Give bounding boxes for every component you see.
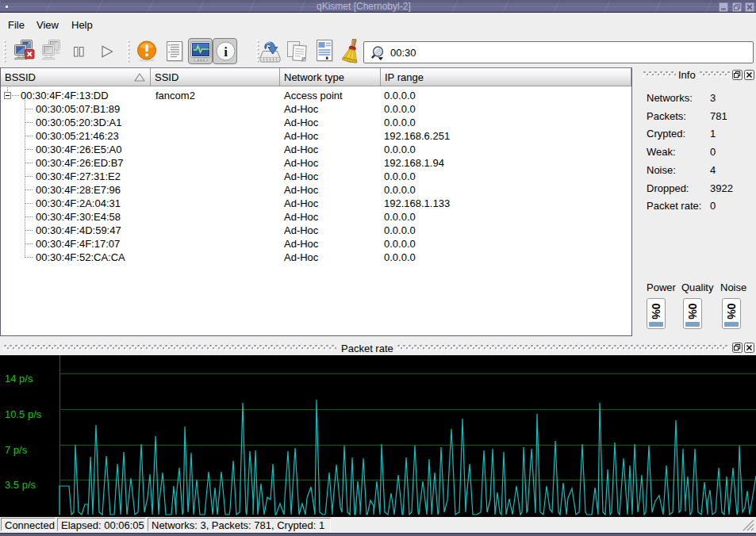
svg-text:i: i xyxy=(224,44,228,59)
